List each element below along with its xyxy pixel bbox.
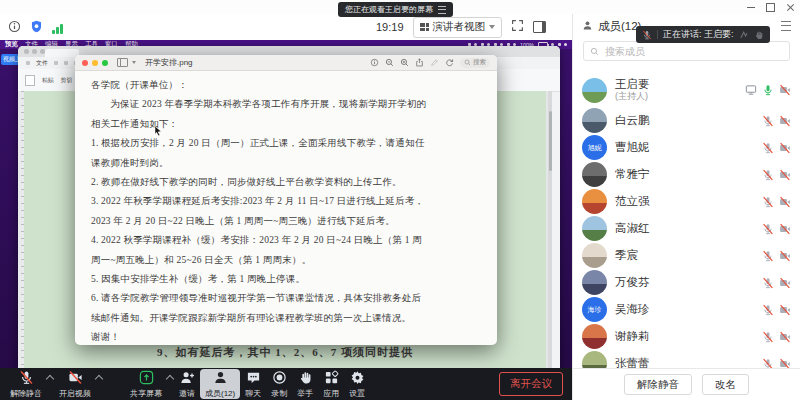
preview-search-field[interactable]: 搜索 bbox=[460, 58, 490, 68]
close-traffic-light[interactable] bbox=[82, 60, 88, 66]
preview-titlebar: 开学安排.png 搜索 bbox=[75, 55, 497, 71]
hand-icon bbox=[298, 370, 313, 389]
mic-muted-icon[interactable] bbox=[762, 304, 774, 316]
member-row[interactable]: 张蕾蕾 bbox=[573, 350, 800, 368]
camera-off-icon[interactable] bbox=[779, 142, 791, 154]
member-row[interactable]: 王启要(主持人) bbox=[573, 73, 800, 107]
camera-off-icon[interactable] bbox=[779, 304, 791, 316]
wps-document-tab[interactable] bbox=[45, 49, 79, 57]
doc-line: 谢谢！ bbox=[91, 328, 483, 345]
leave-meeting-button[interactable]: 离开会议 bbox=[499, 372, 563, 396]
toolbar-record-button[interactable]: 录制 bbox=[266, 369, 292, 400]
toolbar-unmute-button[interactable]: 解除静音 bbox=[5, 369, 47, 400]
sidebar-toggle-icon[interactable] bbox=[533, 21, 546, 33]
camera-off-icon[interactable] bbox=[779, 250, 791, 262]
member-search-input[interactable] bbox=[603, 45, 783, 58]
zoom-traffic-light[interactable] bbox=[102, 60, 108, 66]
mic-muted-icon[interactable] bbox=[762, 331, 774, 343]
meeting-info-icon[interactable] bbox=[8, 19, 21, 37]
search-icon bbox=[590, 42, 599, 60]
camera-off-icon[interactable] bbox=[779, 331, 791, 343]
markup-pencil-icon[interactable] bbox=[430, 58, 439, 67]
watching-toast-text: 您正在观看王启要的屏幕 bbox=[345, 4, 433, 15]
mic-muted-icon[interactable] bbox=[762, 169, 774, 181]
close-button[interactable] bbox=[786, 3, 794, 11]
avatar bbox=[582, 216, 607, 241]
network-shield-icon[interactable] bbox=[30, 19, 43, 37]
member-row[interactable]: 常雅宁 bbox=[573, 161, 800, 188]
view-mode-button[interactable]: 演讲者视图 bbox=[413, 17, 503, 38]
search-icon bbox=[464, 59, 471, 66]
minimize-button[interactable] bbox=[747, 7, 755, 8]
info-icon[interactable] bbox=[370, 58, 379, 67]
camera-off-icon[interactable] bbox=[779, 223, 791, 235]
mouse-cursor-icon bbox=[152, 123, 164, 141]
zoom-out-icon[interactable] bbox=[385, 58, 394, 67]
avatar bbox=[582, 270, 607, 295]
toolbar-raise-hand-button[interactable]: 举手 bbox=[292, 369, 318, 400]
document-content: 各学院（开课单位）： 为保证 2023 年春季学期本科教学各项工作有序开展，现将… bbox=[75, 71, 497, 345]
mic-muted-icon[interactable] bbox=[762, 115, 774, 127]
toolbar-chat-button[interactable]: 聊天 bbox=[240, 369, 266, 400]
chevron-up-icon[interactable] bbox=[46, 375, 54, 383]
wps-cut-label[interactable]: 剪切 bbox=[61, 76, 73, 85]
toolbar-share-screen-button[interactable]: 共享屏幕 bbox=[125, 369, 167, 400]
toolbar-invite-button[interactable]: 邀请 bbox=[174, 369, 200, 400]
mic-muted-icon[interactable] bbox=[762, 142, 774, 154]
mic-muted-icon[interactable] bbox=[762, 250, 774, 262]
member-row[interactable]: 旭妮曹旭妮 bbox=[573, 134, 800, 161]
minimize-traffic-light[interactable] bbox=[92, 60, 98, 66]
rotate-icon[interactable] bbox=[445, 58, 454, 67]
watching-screen-toast: 您正在观看王启要的屏幕 bbox=[338, 2, 453, 17]
doc-line: 6. 请各学院教学管理领导准时巡视开学第一节课课堂情况，具体安排教务处后 bbox=[91, 289, 483, 308]
wps-file-menu[interactable]: 文件 bbox=[36, 59, 48, 68]
mic-muted-icon[interactable] bbox=[762, 277, 774, 289]
rename-button[interactable]: 改名 bbox=[702, 374, 749, 395]
toolbar-apps-button[interactable]: 应用 bbox=[318, 369, 344, 400]
maximize-button[interactable] bbox=[766, 3, 775, 12]
member-count-label: 成员(12) bbox=[598, 19, 641, 34]
speaking-toast: 正在讲话: 王启要: bbox=[636, 26, 770, 43]
share-icon[interactable] bbox=[415, 58, 424, 67]
toast-list-icon[interactable] bbox=[438, 6, 446, 14]
camera-off-icon[interactable] bbox=[779, 358, 791, 369]
mic-muted-icon[interactable] bbox=[762, 358, 774, 369]
camera-off-icon[interactable] bbox=[779, 115, 791, 127]
preview-sidebar-caret-icon[interactable] bbox=[132, 61, 136, 64]
chevron-up-icon[interactable] bbox=[95, 375, 103, 383]
camera-off-icon[interactable] bbox=[779, 169, 791, 181]
member-row[interactable]: 谢静莉 bbox=[573, 323, 800, 350]
unmute-all-button[interactable]: 解除静音 bbox=[624, 374, 692, 395]
gear-icon bbox=[350, 370, 365, 389]
toolbar-members-button[interactable]: 成员(12) bbox=[200, 369, 240, 400]
panel-menu-icon[interactable] bbox=[781, 21, 791, 31]
preview-sidebar-icon[interactable] bbox=[117, 58, 128, 67]
toolbar-settings-button[interactable]: 设置 bbox=[344, 369, 370, 400]
zoom-in-icon[interactable] bbox=[400, 58, 409, 67]
preview-title: 开学安排.png bbox=[145, 57, 193, 68]
mic-muted-icon[interactable] bbox=[762, 196, 774, 208]
wps-paste-label[interactable]: 粘贴 bbox=[42, 76, 54, 85]
fullscreen-icon[interactable] bbox=[511, 18, 524, 36]
member-row[interactable]: 范立强 bbox=[573, 188, 800, 215]
meeting-topbar: 19:19 演讲者视图 bbox=[0, 14, 572, 40]
mic-muted-icon[interactable] bbox=[762, 223, 774, 235]
screen-sharing-icon[interactable] bbox=[745, 84, 757, 96]
member-row[interactable]: 白云鹏 bbox=[573, 107, 800, 134]
paste-icon[interactable] bbox=[25, 75, 35, 86]
chevron-up-icon[interactable] bbox=[166, 375, 174, 383]
mic-on-icon[interactable] bbox=[762, 84, 774, 96]
member-row[interactable]: 高淑红 bbox=[573, 215, 800, 242]
toolbar-start-video-button[interactable]: 开启视频 bbox=[54, 369, 96, 400]
remote-menu-0[interactable]: 预览 bbox=[5, 40, 18, 49]
camera-off-icon[interactable] bbox=[779, 277, 791, 289]
wps-scrollbar[interactable] bbox=[548, 91, 552, 368]
camera-off-icon[interactable] bbox=[779, 196, 791, 208]
member-row[interactable]: 季宸 bbox=[573, 242, 800, 269]
member-row[interactable]: 万俊芬 bbox=[573, 269, 800, 296]
camera-off-icon[interactable] bbox=[779, 84, 791, 96]
member-name: 万俊芬 bbox=[615, 276, 650, 289]
member-row[interactable]: 海珍吴海珍 bbox=[573, 296, 800, 323]
wps-window-buttons[interactable] bbox=[24, 49, 45, 54]
member-search-box[interactable] bbox=[583, 41, 790, 61]
